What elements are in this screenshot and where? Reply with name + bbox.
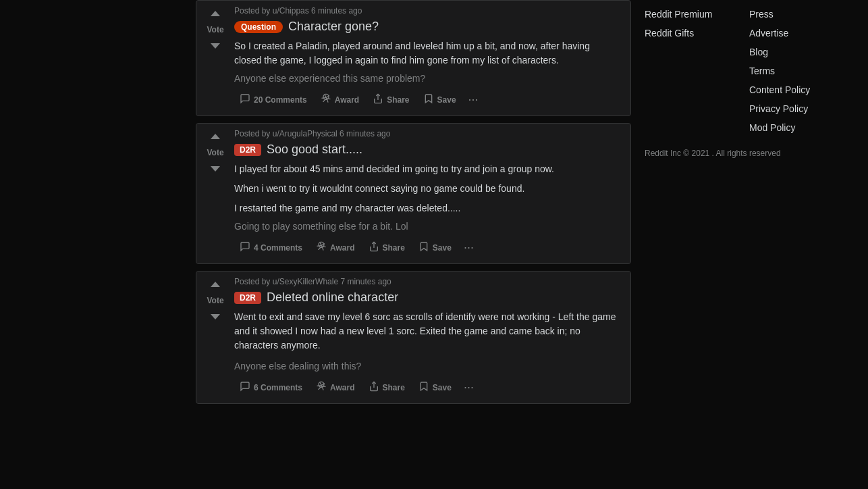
post-card-1: Vote Posted by u/Chippas 6 minutes ago Q… bbox=[196, 0, 631, 116]
dots-icon-2: ··· bbox=[464, 240, 474, 254]
privacy-policy-link[interactable]: Privacy Policy bbox=[749, 101, 854, 116]
post-content-2: Posted by u/ArugulaPhysical 6 minutes ag… bbox=[229, 129, 625, 258]
sidebar-col-2: Press Advertise Blog Terms Content Polic… bbox=[749, 7, 854, 135]
post-title-2[interactable]: Soo good start..... bbox=[267, 143, 362, 157]
save-button-3[interactable]: Save bbox=[413, 377, 457, 398]
terms-link[interactable]: Terms bbox=[749, 63, 854, 78]
post-meta-3: Posted by u/SexyKillerWhale 7 minutes ag… bbox=[234, 277, 620, 286]
vote-column-1: Vote bbox=[202, 6, 229, 110]
post-subtext-2: Going to play something else for a bit. … bbox=[234, 221, 620, 232]
post-flair-2: D2R bbox=[234, 144, 261, 156]
vote-label-3: Vote bbox=[207, 296, 223, 305]
vote-label-2: Vote bbox=[207, 148, 223, 157]
post-title-row-1: Question Character gone? bbox=[234, 20, 620, 34]
share-label-1: Share bbox=[387, 95, 409, 105]
advertise-link[interactable]: Advertise bbox=[749, 26, 854, 41]
blog-link[interactable]: Blog bbox=[749, 45, 854, 59]
post-card-3: Vote Posted by u/SexyKillerWhale 7 minut… bbox=[196, 271, 631, 404]
post-body-1: So I created a Paladin, played around an… bbox=[234, 39, 620, 68]
award-icon-3 bbox=[316, 381, 327, 394]
sidebar-links: Reddit Premium Reddit Gifts Press Advert… bbox=[645, 7, 854, 135]
share-icon-2 bbox=[369, 241, 379, 254]
post-body-3: Went to exit and save my level 6 sorc as… bbox=[234, 310, 620, 353]
reddit-gifts-link[interactable]: Reddit Gifts bbox=[645, 26, 749, 41]
post-actions-3: 6 Comments Award Share bbox=[234, 377, 620, 398]
post-subtext-3: Anyone else dealing with this? bbox=[234, 361, 620, 371]
comment-icon-1 bbox=[240, 93, 250, 106]
award-icon-2 bbox=[316, 241, 327, 254]
post-title-3[interactable]: Deleted online character bbox=[267, 290, 398, 305]
post-body-2c: I restarted the game and my character wa… bbox=[234, 201, 620, 215]
share-button-1[interactable]: Share bbox=[367, 89, 414, 110]
post-subtext-1: Anyone else experienced this same proble… bbox=[234, 73, 620, 84]
sidebar: Reddit Premium Reddit Gifts Press Advert… bbox=[631, 0, 867, 489]
dots-icon-1: ··· bbox=[468, 93, 479, 106]
mod-policy-link[interactable]: Mod Policy bbox=[749, 120, 854, 135]
left-spacer bbox=[0, 0, 196, 489]
upvote-button-1[interactable] bbox=[209, 9, 222, 22]
award-label-2: Award bbox=[330, 243, 354, 253]
share-label-2: Share bbox=[383, 243, 405, 253]
sidebar-footer: Reddit Inc © 2021 . All rights reserved bbox=[645, 149, 854, 158]
save-icon-3 bbox=[418, 381, 429, 394]
vote-column-2: Vote bbox=[202, 129, 229, 258]
award-label-3: Award bbox=[330, 383, 354, 392]
comments-button-3[interactable]: 6 Comments bbox=[234, 377, 308, 398]
comments-label-3: 6 Comments bbox=[254, 383, 302, 392]
award-icon-1 bbox=[321, 93, 331, 106]
post-body-2b: When i went to try it wouldnt connect sa… bbox=[234, 182, 620, 196]
press-link[interactable]: Press bbox=[749, 7, 854, 22]
post-flair-3: D2R bbox=[234, 292, 261, 304]
post-body-2a: I played for about 45 mins amd decided i… bbox=[234, 162, 620, 176]
post-title-row-2: D2R Soo good start..... bbox=[234, 143, 620, 157]
share-button-2[interactable]: Share bbox=[363, 237, 410, 258]
comment-icon-3 bbox=[240, 381, 250, 394]
award-button-1[interactable]: Award bbox=[315, 89, 364, 110]
save-label-1: Save bbox=[437, 95, 456, 105]
post-content-3: Posted by u/SexyKillerWhale 7 minutes ag… bbox=[229, 277, 625, 398]
more-button-3[interactable]: ··· bbox=[460, 378, 478, 397]
post-card-2: Vote Posted by u/ArugulaPhysical 6 minut… bbox=[196, 123, 631, 264]
save-button-1[interactable]: Save bbox=[418, 89, 462, 110]
share-label-3: Share bbox=[383, 383, 405, 392]
page-container: Vote Posted by u/Chippas 6 minutes ago Q… bbox=[0, 0, 868, 489]
post-title-row-3: D2R Deleted online character bbox=[234, 290, 620, 305]
save-icon-2 bbox=[418, 241, 429, 254]
award-button-3[interactable]: Award bbox=[310, 377, 360, 398]
post-actions-1: 20 Comments Award Share bbox=[234, 89, 620, 110]
downvote-button-3[interactable] bbox=[209, 308, 222, 321]
vote-column-3: Vote bbox=[202, 277, 229, 398]
award-label-1: Award bbox=[335, 95, 359, 105]
share-button-3[interactable]: Share bbox=[363, 377, 410, 398]
upvote-button-3[interactable] bbox=[209, 280, 222, 293]
post-meta-2: Posted by u/ArugulaPhysical 6 minutes ag… bbox=[234, 129, 620, 138]
downvote-button-1[interactable] bbox=[209, 37, 222, 51]
post-actions-2: 4 Comments Award Share bbox=[234, 237, 620, 258]
downvote-button-2[interactable] bbox=[209, 160, 222, 174]
award-button-2[interactable]: Award bbox=[310, 237, 360, 258]
vote-label-1: Vote bbox=[207, 25, 223, 34]
save-label-2: Save bbox=[433, 243, 452, 253]
save-button-2[interactable]: Save bbox=[413, 237, 457, 258]
post-title-1[interactable]: Character gone? bbox=[288, 20, 379, 34]
comments-button-2[interactable]: 4 Comments bbox=[234, 237, 308, 258]
post-meta-1: Posted by u/Chippas 6 minutes ago bbox=[234, 6, 620, 16]
reddit-premium-link[interactable]: Reddit Premium bbox=[645, 7, 749, 22]
more-button-1[interactable]: ··· bbox=[464, 90, 483, 109]
share-icon-1 bbox=[373, 93, 383, 106]
comment-icon-2 bbox=[240, 241, 250, 254]
comments-label-1: 20 Comments bbox=[254, 95, 307, 105]
comments-button-1[interactable]: 20 Comments bbox=[234, 89, 313, 110]
post-flair-1: Question bbox=[234, 21, 283, 33]
post-content-1: Posted by u/Chippas 6 minutes ago Questi… bbox=[229, 6, 625, 110]
dots-icon-3: ··· bbox=[464, 380, 474, 394]
save-label-3: Save bbox=[433, 383, 452, 392]
content-policy-link[interactable]: Content Policy bbox=[749, 82, 854, 97]
more-button-2[interactable]: ··· bbox=[460, 238, 478, 257]
share-icon-3 bbox=[369, 381, 379, 394]
comments-label-2: 4 Comments bbox=[254, 243, 302, 253]
main-feed: Vote Posted by u/Chippas 6 minutes ago Q… bbox=[196, 0, 631, 489]
save-icon-1 bbox=[423, 93, 434, 106]
upvote-button-2[interactable] bbox=[209, 132, 222, 145]
sidebar-col-1: Reddit Premium Reddit Gifts bbox=[645, 7, 749, 135]
